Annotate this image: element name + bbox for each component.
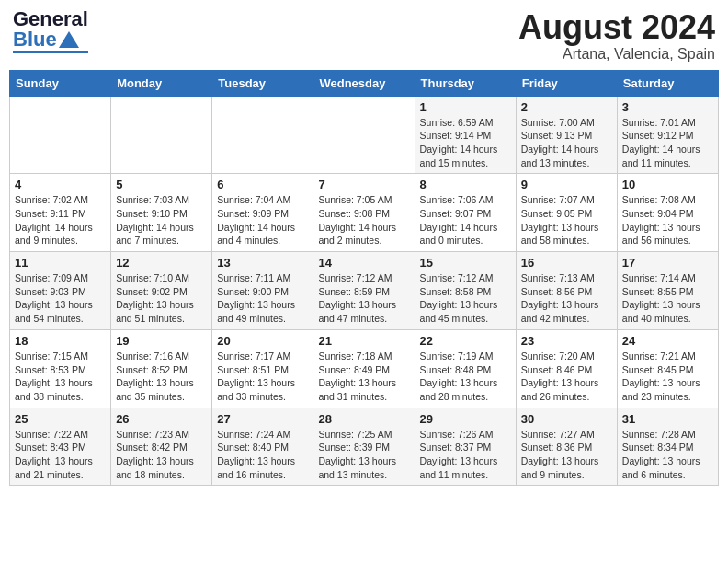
day-info: Sunrise: 6:59 AM Sunset: 9:14 PM Dayligh… (420, 116, 511, 170)
day-number: 3 (622, 100, 713, 114)
day-number: 19 (116, 334, 207, 348)
calendar-header-row: SundayMondayTuesdayWednesdayThursdayFrid… (10, 70, 719, 96)
calendar-cell: 15Sunrise: 7:12 AM Sunset: 8:58 PM Dayli… (415, 252, 516, 330)
calendar-cell: 30Sunrise: 7:27 AM Sunset: 8:36 PM Dayli… (516, 408, 617, 486)
day-info: Sunrise: 7:05 AM Sunset: 9:08 PM Dayligh… (318, 193, 409, 247)
calendar-cell: 14Sunrise: 7:12 AM Sunset: 8:59 PM Dayli… (313, 252, 415, 330)
day-number: 21 (318, 334, 409, 348)
header-thursday: Thursday (415, 70, 516, 96)
calendar-cell: 7Sunrise: 7:05 AM Sunset: 9:08 PM Daylig… (313, 174, 415, 252)
day-info: Sunrise: 7:01 AM Sunset: 9:12 PM Dayligh… (622, 116, 713, 170)
day-info: Sunrise: 7:22 AM Sunset: 8:43 PM Dayligh… (15, 428, 106, 482)
day-number: 14 (318, 256, 409, 270)
calendar-cell: 19Sunrise: 7:16 AM Sunset: 8:52 PM Dayli… (111, 329, 212, 408)
logo-underline (13, 51, 88, 53)
logo-general: General (13, 9, 88, 29)
page-header: General Blue August 2024 Artana, Valenci… (9, 9, 719, 63)
calendar-cell: 5Sunrise: 7:03 AM Sunset: 9:10 PM Daylig… (111, 174, 212, 252)
calendar-cell: 22Sunrise: 7:19 AM Sunset: 8:48 PM Dayli… (415, 329, 516, 408)
day-info: Sunrise: 7:02 AM Sunset: 9:11 PM Dayligh… (15, 193, 106, 247)
day-info: Sunrise: 7:21 AM Sunset: 8:45 PM Dayligh… (622, 350, 713, 404)
header-tuesday: Tuesday (212, 70, 313, 96)
calendar-cell: 27Sunrise: 7:24 AM Sunset: 8:40 PM Dayli… (212, 408, 313, 486)
header-monday: Monday (111, 70, 212, 96)
day-number: 1 (420, 100, 511, 114)
calendar-cell: 24Sunrise: 7:21 AM Sunset: 8:45 PM Dayli… (617, 329, 718, 408)
day-info: Sunrise: 7:27 AM Sunset: 8:36 PM Dayligh… (521, 428, 612, 482)
day-info: Sunrise: 7:23 AM Sunset: 8:42 PM Dayligh… (116, 428, 207, 482)
day-number: 30 (521, 412, 612, 426)
calendar-cell: 25Sunrise: 7:22 AM Sunset: 8:43 PM Dayli… (10, 408, 111, 486)
calendar-cell: 10Sunrise: 7:08 AM Sunset: 9:04 PM Dayli… (617, 174, 718, 252)
week-row-2: 4Sunrise: 7:02 AM Sunset: 9:11 PM Daylig… (10, 174, 719, 252)
day-info: Sunrise: 7:10 AM Sunset: 9:02 PM Dayligh… (116, 271, 207, 326)
day-number: 2 (521, 100, 612, 114)
day-number: 16 (521, 256, 612, 270)
day-info: Sunrise: 7:00 AM Sunset: 9:13 PM Dayligh… (521, 116, 612, 170)
day-info: Sunrise: 7:28 AM Sunset: 8:34 PM Dayligh… (622, 428, 713, 482)
calendar-cell: 12Sunrise: 7:10 AM Sunset: 9:02 PM Dayli… (111, 252, 212, 330)
calendar-cell: 11Sunrise: 7:09 AM Sunset: 9:03 PM Dayli… (10, 252, 111, 330)
logo-blue: Blue (13, 29, 57, 50)
day-info: Sunrise: 7:19 AM Sunset: 8:48 PM Dayligh… (420, 350, 511, 404)
header-sunday: Sunday (10, 70, 111, 96)
calendar-table: SundayMondayTuesdayWednesdayThursdayFrid… (9, 70, 719, 487)
logo-icon (59, 31, 79, 48)
day-number: 22 (420, 334, 511, 348)
calendar-cell: 26Sunrise: 7:23 AM Sunset: 8:42 PM Dayli… (111, 408, 212, 486)
day-number: 11 (15, 256, 106, 270)
day-number: 27 (217, 412, 308, 426)
day-number: 31 (622, 412, 713, 426)
calendar-cell: 17Sunrise: 7:14 AM Sunset: 8:55 PM Dayli… (617, 252, 718, 330)
calendar-cell (111, 96, 212, 174)
calendar-cell: 3Sunrise: 7:01 AM Sunset: 9:12 PM Daylig… (617, 96, 718, 174)
day-number: 23 (521, 334, 612, 348)
day-info: Sunrise: 7:08 AM Sunset: 9:04 PM Dayligh… (622, 193, 713, 247)
day-info: Sunrise: 7:14 AM Sunset: 8:55 PM Dayligh… (622, 271, 713, 326)
calendar-cell: 2Sunrise: 7:00 AM Sunset: 9:13 PM Daylig… (516, 96, 617, 174)
week-row-5: 25Sunrise: 7:22 AM Sunset: 8:43 PM Dayli… (10, 408, 719, 486)
day-number: 7 (318, 178, 409, 191)
header-friday: Friday (516, 70, 617, 96)
header-saturday: Saturday (617, 70, 718, 96)
calendar-cell: 4Sunrise: 7:02 AM Sunset: 9:11 PM Daylig… (10, 174, 111, 252)
calendar-cell (10, 96, 111, 174)
day-info: Sunrise: 7:18 AM Sunset: 8:49 PM Dayligh… (318, 350, 409, 404)
day-info: Sunrise: 7:25 AM Sunset: 8:39 PM Dayligh… (318, 428, 409, 482)
calendar-cell: 8Sunrise: 7:06 AM Sunset: 9:07 PM Daylig… (415, 174, 516, 252)
day-number: 6 (217, 178, 308, 191)
day-info: Sunrise: 7:03 AM Sunset: 9:10 PM Dayligh… (116, 193, 207, 247)
calendar-cell: 18Sunrise: 7:15 AM Sunset: 8:53 PM Dayli… (10, 329, 111, 408)
calendar-cell (313, 96, 415, 174)
day-info: Sunrise: 7:09 AM Sunset: 9:03 PM Dayligh… (15, 271, 106, 326)
day-info: Sunrise: 7:12 AM Sunset: 8:59 PM Dayligh… (318, 271, 409, 326)
day-number: 8 (420, 178, 511, 191)
day-info: Sunrise: 7:20 AM Sunset: 8:46 PM Dayligh… (521, 350, 612, 404)
calendar-cell: 9Sunrise: 7:07 AM Sunset: 9:05 PM Daylig… (516, 174, 617, 252)
day-number: 29 (420, 412, 511, 426)
calendar-cell: 1Sunrise: 6:59 AM Sunset: 9:14 PM Daylig… (415, 96, 516, 174)
day-number: 4 (15, 178, 106, 191)
day-info: Sunrise: 7:17 AM Sunset: 8:51 PM Dayligh… (217, 350, 308, 404)
day-number: 28 (318, 412, 409, 426)
day-info: Sunrise: 7:11 AM Sunset: 9:00 PM Dayligh… (217, 271, 308, 326)
month-year: August 2024 (518, 9, 715, 46)
calendar-cell: 13Sunrise: 7:11 AM Sunset: 9:00 PM Dayli… (212, 252, 313, 330)
day-info: Sunrise: 7:12 AM Sunset: 8:58 PM Dayligh… (420, 271, 511, 326)
day-info: Sunrise: 7:15 AM Sunset: 8:53 PM Dayligh… (15, 350, 106, 404)
day-number: 15 (420, 256, 511, 270)
title-block: August 2024 Artana, Valencia, Spain (518, 9, 715, 63)
day-number: 26 (116, 412, 207, 426)
calendar-cell: 20Sunrise: 7:17 AM Sunset: 8:51 PM Dayli… (212, 329, 313, 408)
calendar-cell: 23Sunrise: 7:20 AM Sunset: 8:46 PM Dayli… (516, 329, 617, 408)
header-wednesday: Wednesday (313, 70, 415, 96)
day-number: 25 (15, 412, 106, 426)
logo: General Blue (13, 9, 88, 53)
calendar-cell (212, 96, 313, 174)
day-number: 10 (622, 178, 713, 191)
day-number: 13 (217, 256, 308, 270)
calendar-cell: 6Sunrise: 7:04 AM Sunset: 9:09 PM Daylig… (212, 174, 313, 252)
day-info: Sunrise: 7:16 AM Sunset: 8:52 PM Dayligh… (116, 350, 207, 404)
day-number: 20 (217, 334, 308, 348)
calendar-cell: 29Sunrise: 7:26 AM Sunset: 8:37 PM Dayli… (415, 408, 516, 486)
